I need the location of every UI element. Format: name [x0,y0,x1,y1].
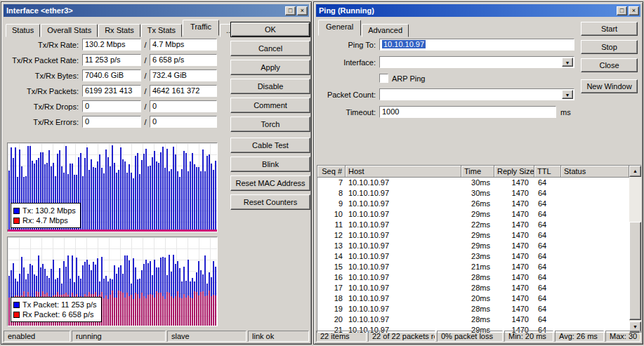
cell-ttl: 64 [534,199,561,209]
graph-bar [198,167,199,232]
disable-button[interactable]: Disable [230,79,310,94]
graph-bar [93,167,94,232]
interface-titlebar[interactable]: Interface <ether3> □ × [4,4,309,17]
tab-rx-stats[interactable]: Rx Stats [98,24,140,37]
timeout-row: Timeout: 1000 ms [317,106,574,118]
reset-mac-address-button[interactable]: Reset MAC Address [230,175,310,191]
rx-bytes-field[interactable]: 732.4 GiB [150,69,217,81]
scrollbar-track[interactable] [629,177,641,321]
graph-bar [129,296,130,326]
comment-button[interactable]: Comment [230,98,310,113]
scrollbar-thumb[interactable] [629,222,641,320]
graph-bar [211,296,212,326]
graph-bar [120,147,121,232]
table-row[interactable]: 1510.10.10.9721ms147064 [317,262,629,272]
cell-time: 28ms [461,272,494,283]
table-row[interactable]: 910.10.10.9726ms147064 [317,199,629,209]
ping-form: Ping To: 10.10.10.97 Interface: ▼ ARP Pi… [317,39,574,124]
tx-errors-field[interactable]: 0 [82,116,141,128]
column-header-seq[interactable]: Seq # [317,166,346,178]
torch-button[interactable]: Torch [230,117,310,132]
graph-bar [198,295,199,326]
maximize-icon[interactable]: □ [617,6,627,15]
traffic-rate-graph: Tx: 130.2 Mbps Rx: 4.7 Mbps [7,142,218,232]
graph-bar [164,299,166,326]
cable-test-button[interactable]: Cable Test [230,138,310,153]
chevron-down-icon[interactable]: ▼ [562,58,573,67]
graph-bar [82,176,84,232]
start-button[interactable]: Start [581,22,638,36]
tx-packets-field[interactable]: 6199 231 413 [82,85,141,97]
table-row[interactable]: 1010.10.10.9729ms147064 [317,209,629,220]
stat-separator: / [141,118,150,126]
tx-drops-field[interactable]: 0 [82,100,141,112]
close-icon[interactable]: × [629,6,639,15]
reset-counters-button[interactable]: Reset Counters [230,194,310,210]
tx-bytes-field[interactable]: 7040.6 GiB [82,69,141,81]
column-header-reply-size[interactable]: Reply Size [494,166,534,178]
blink-button[interactable]: Blink [230,157,310,172]
scroll-up-icon[interactable]: ▲ [629,166,641,177]
chevron-down-icon[interactable]: ▼ [562,90,573,99]
interface-dropdown[interactable]: ▼ [379,56,574,68]
tab-tx-stats[interactable]: Tx Stats [141,24,182,37]
tab-traffic[interactable]: Traffic [183,20,219,36]
table-row[interactable]: 1810.10.10.9720ms147064 [317,293,629,304]
tab-advanced[interactable]: Advanced [362,24,409,37]
graph-bar [166,292,168,326]
column-header-time[interactable]: Time [461,166,494,178]
cell-status [561,272,629,283]
cell-seq: 16 [317,272,346,283]
graph-bar [211,164,212,232]
tab-overall-stats[interactable]: Overall Stats [41,24,98,37]
rx-drops-field[interactable]: 0 [150,100,217,112]
graph-bar [194,164,195,232]
close-button[interactable]: Close [581,58,638,72]
table-row[interactable]: 710.10.10.9730ms147064 [317,178,629,188]
maximize-icon[interactable]: □ [285,6,296,15]
rx-rate-field[interactable]: 4.7 Mbps [150,39,217,51]
ping-to-value: 10.10.10.97 [382,40,426,48]
new-window-button[interactable]: New Window [581,79,638,93]
packet-count-dropdown[interactable]: ▼ [379,88,574,100]
graph-bar [192,298,193,326]
cell-time: 26ms [461,199,494,209]
table-row[interactable]: 1310.10.10.9729ms147064 [317,241,629,251]
tx-packet-rate-field[interactable]: 11 253 p/s [82,54,141,66]
table-row[interactable]: 1410.10.10.9723ms147064 [317,251,629,262]
stop-button[interactable]: Stop [581,40,638,54]
apply-button[interactable]: Apply [230,60,310,75]
graph-bar [215,295,216,326]
ok-button[interactable]: OK [230,22,310,37]
close-icon[interactable]: × [297,6,308,15]
legend-label: Tx: 130.2 Mbps [22,206,76,215]
ping-to-input[interactable]: 10.10.10.97 [379,39,574,51]
cancel-button[interactable]: Cancel [230,41,310,56]
ping-titlebar[interactable]: Ping (Running) □ × [316,4,640,17]
tab-general[interactable]: General [318,20,361,36]
table-scrollbar[interactable]: ▲ ▼ [629,166,641,333]
table-row[interactable]: 1110.10.10.9722ms147064 [317,220,629,230]
column-header-host[interactable]: Host [346,166,461,178]
table-row[interactable]: 1710.10.10.9728ms147064 [317,283,629,293]
arp-ping-checkbox[interactable] [379,74,388,83]
table-row[interactable]: 1210.10.10.9729ms147064 [317,230,629,241]
table-row[interactable]: 1910.10.10.9728ms147064 [317,304,629,314]
table-row[interactable]: 1610.10.10.9728ms147064 [317,272,629,283]
tx-rate-field[interactable]: 130.2 Mbps [82,39,141,51]
table-row[interactable]: 810.10.10.9730ms147064 [317,188,629,199]
column-header-status[interactable]: Status [561,166,629,178]
rx-errors-field[interactable]: 0 [150,116,217,128]
tab-status[interactable]: Status [6,24,40,37]
graph-bar [118,170,119,232]
rx-packet-rate-field[interactable]: 6 658 p/s [150,54,217,66]
cell-host: 10.10.10.97 [346,262,461,272]
cell-reply-size: 1470 [494,283,534,293]
timeout-input[interactable]: 1000 [379,106,556,118]
ping-buttons: Start Stop Close New Window [581,22,638,98]
rx-packets-field[interactable]: 4642 161 372 [150,85,217,97]
column-header-ttl[interactable]: TTL [534,166,561,178]
interface-buttons: OK Cancel Apply Disable Comment Torch Ca… [230,22,310,213]
graph-bar [152,295,153,326]
table-row[interactable]: 2010.10.10.9728ms147064 [317,314,629,325]
